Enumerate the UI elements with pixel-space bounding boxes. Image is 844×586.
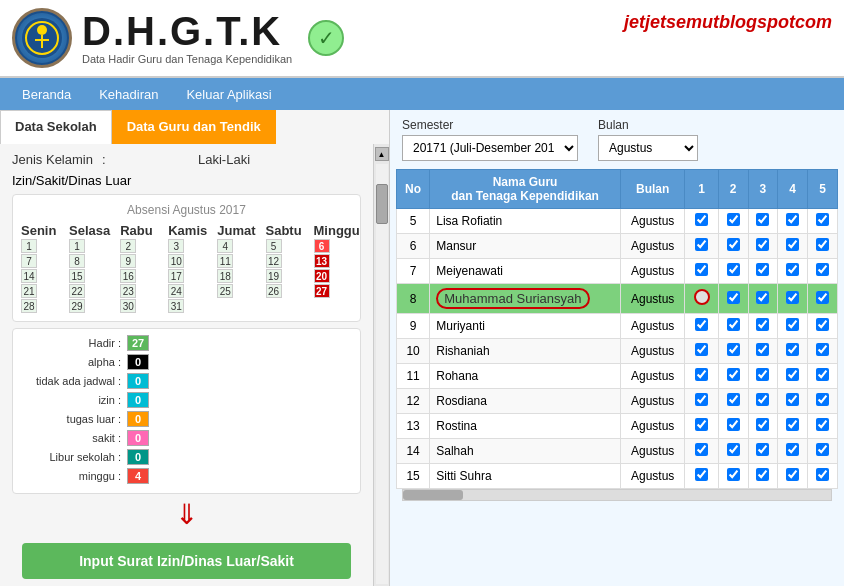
cell-nama[interactable]: Rishaniah: [430, 339, 621, 364]
cell-checkbox-5[interactable]: [808, 414, 838, 439]
cell-checkbox-3[interactable]: [748, 414, 778, 439]
cell-checkbox-4[interactable]: [778, 259, 808, 284]
horizontal-scrollbar[interactable]: [402, 489, 832, 501]
cell-nama[interactable]: Muhammad Suriansyah: [430, 284, 621, 314]
cell-checkbox-2[interactable]: [718, 209, 748, 234]
cell-checkbox-1[interactable]: [685, 259, 718, 284]
cell-nama[interactable]: Sitti Suhra: [430, 464, 621, 489]
cell-checkbox-1[interactable]: [685, 464, 718, 489]
right-panel: Semester 20171 (Juli-Desember 201 Bulan …: [390, 110, 844, 586]
cell-checkbox-3[interactable]: [748, 364, 778, 389]
table-row[interactable]: 9MuriyantiAgustus: [397, 314, 838, 339]
table-row[interactable]: 6MansurAgustus: [397, 234, 838, 259]
cell-checkbox-2[interactable]: [718, 414, 748, 439]
cell-checkbox-5[interactable]: [808, 314, 838, 339]
bulan-select[interactable]: Agustus: [598, 135, 698, 161]
nav-kehadiran[interactable]: Kehadiran: [85, 81, 172, 108]
left-scrollbar[interactable]: ▲ ▼: [373, 144, 389, 586]
cell-checkbox-3[interactable]: [748, 284, 778, 314]
cell-checkbox-3[interactable]: [748, 314, 778, 339]
table-row[interactable]: 10RishaniahAgustus: [397, 339, 838, 364]
cell-checkbox-1[interactable]: [685, 314, 718, 339]
cell-nama[interactable]: Muriyanti: [430, 314, 621, 339]
cell-checkbox-5[interactable]: [808, 364, 838, 389]
cell-checkbox-2[interactable]: [718, 339, 748, 364]
cell-checkbox-2[interactable]: [718, 314, 748, 339]
cell-no: 11: [397, 364, 430, 389]
cell-checkbox-4[interactable]: [778, 389, 808, 414]
cell-checkbox-1[interactable]: [685, 414, 718, 439]
filter-row: Semester 20171 (Juli-Desember 201 Bulan …: [390, 110, 844, 169]
cell-checkbox-4[interactable]: [778, 209, 808, 234]
input-surat-button[interactable]: Input Surat Izin/Dinas Luar/Sakit: [22, 543, 351, 579]
cell-checkbox-2[interactable]: [718, 464, 748, 489]
cell-checkbox-1[interactable]: [685, 209, 718, 234]
cell-checkbox-1[interactable]: [685, 234, 718, 259]
cell-checkbox-5[interactable]: [808, 339, 838, 364]
cell-nama[interactable]: Rohana: [430, 364, 621, 389]
scroll-thumb[interactable]: [376, 184, 388, 224]
table-row[interactable]: 11RohanaAgustus: [397, 364, 838, 389]
cell-checkbox-4[interactable]: [778, 284, 808, 314]
table-row[interactable]: 14SalhahAgustus: [397, 439, 838, 464]
cell-checkbox-2[interactable]: [718, 364, 748, 389]
cell-checkbox-5[interactable]: [808, 284, 838, 314]
cell-checkbox-5[interactable]: [808, 389, 838, 414]
cell-bulan: Agustus: [620, 339, 685, 364]
cell-checkbox-1[interactable]: [685, 439, 718, 464]
cell-checkbox-4[interactable]: [778, 464, 808, 489]
cell-checkbox-3[interactable]: [748, 234, 778, 259]
table-header-row: No Nama Gurudan Tenaga Kependidikan Bula…: [397, 170, 838, 209]
scrollbar-thumb[interactable]: [403, 490, 463, 500]
cell-checkbox-5[interactable]: [808, 259, 838, 284]
table-row[interactable]: 5Lisa RofiatinAgustus: [397, 209, 838, 234]
cell-checkbox-4[interactable]: [778, 439, 808, 464]
tab-data-guru[interactable]: Data Guru dan Tendik: [112, 110, 276, 144]
tab-data-sekolah[interactable]: Data Sekolah: [0, 110, 112, 144]
table-row[interactable]: 7MeiyenawatiAgustus: [397, 259, 838, 284]
scroll-up-btn[interactable]: ▲: [375, 147, 389, 161]
left-panels-inner: Jenis Kelamin : Laki-Laki Izin/Sakit/Din…: [0, 144, 389, 586]
table-row[interactable]: 15Sitti SuhraAgustus: [397, 464, 838, 489]
cell-nama[interactable]: Meiyenawati: [430, 259, 621, 284]
cell-checkbox-3[interactable]: [748, 389, 778, 414]
cell-checkbox-2[interactable]: [718, 259, 748, 284]
cell-checkbox-4[interactable]: [778, 414, 808, 439]
legend-libur-sekolah: Libur sekolah : 0: [21, 449, 352, 465]
cell-checkbox-3[interactable]: [748, 339, 778, 364]
cell-checkbox-1[interactable]: [685, 389, 718, 414]
cell-nama[interactable]: Rostina: [430, 414, 621, 439]
cell-checkbox-4[interactable]: [778, 339, 808, 364]
cell-checkbox-3[interactable]: [748, 259, 778, 284]
cell-nama[interactable]: Salhah: [430, 439, 621, 464]
cell-nama[interactable]: Mansur: [430, 234, 621, 259]
cell-nama[interactable]: Rosdiana: [430, 389, 621, 414]
cell-nama[interactable]: Lisa Rofiatin: [430, 209, 621, 234]
semester-select[interactable]: 20171 (Juli-Desember 201: [402, 135, 578, 161]
nav-keluar[interactable]: Keluar Aplikasi: [172, 81, 285, 108]
nav-beranda[interactable]: Beranda: [8, 81, 85, 108]
cell-checkbox-2[interactable]: [718, 439, 748, 464]
cell-checkbox-5[interactable]: [808, 439, 838, 464]
cell-checkbox-2[interactable]: [718, 389, 748, 414]
table-row[interactable]: 8Muhammad SuriansyahAgustus: [397, 284, 838, 314]
cell-checkbox-2[interactable]: [718, 234, 748, 259]
cell-checkbox-4[interactable]: [778, 364, 808, 389]
table-row[interactable]: 13RostinaAgustus: [397, 414, 838, 439]
cell-checkbox-5[interactable]: [808, 209, 838, 234]
cell-checkbox-3[interactable]: [748, 464, 778, 489]
field-jenis-kelamin: Jenis Kelamin : Laki-Laki: [12, 152, 361, 167]
cell-checkbox-4[interactable]: [778, 234, 808, 259]
cell-checkbox-1[interactable]: [685, 284, 718, 314]
table-row[interactable]: 12RosdianaAgustus: [397, 389, 838, 414]
cell-checkbox-3[interactable]: [748, 209, 778, 234]
attendance-table: No Nama Gurudan Tenaga Kependidikan Bula…: [396, 169, 838, 489]
cell-checkbox-1[interactable]: [685, 339, 718, 364]
cell-checkbox-5[interactable]: [808, 234, 838, 259]
cell-checkbox-4[interactable]: [778, 314, 808, 339]
cell-checkbox-3[interactable]: [748, 439, 778, 464]
cell-checkbox-2[interactable]: [718, 284, 748, 314]
cell-checkbox-5[interactable]: [808, 464, 838, 489]
cell-checkbox-1[interactable]: [685, 364, 718, 389]
day-kamis: Kamis 3 10 17 24 31: [168, 223, 207, 313]
